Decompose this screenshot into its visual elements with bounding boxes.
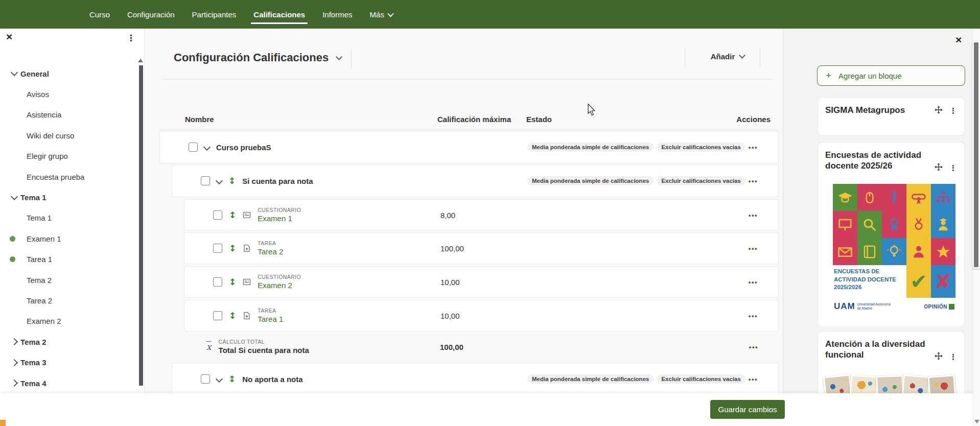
opinion-logo-text: OPINIÓN	[924, 304, 947, 310]
section-toggle[interactable]	[8, 72, 20, 75]
course-index-section-tema-1[interactable]: Tema 1	[0, 187, 137, 207]
section-toggle[interactable]	[8, 196, 20, 199]
nav-tab-más[interactable]: Más	[361, 0, 402, 29]
course-index-item-label: Tema 2	[27, 276, 52, 285]
row-actions-menu[interactable]: •••	[749, 144, 758, 151]
block-kebab-icon[interactable]: ⋮	[949, 106, 957, 115]
course-index-item[interactable]: Elegir grupo	[0, 146, 137, 167]
item-name-link[interactable]: Examen 1	[258, 214, 301, 223]
opinion-logo: OPINIÓN	[924, 304, 954, 310]
course-index-item[interactable]: Examen 2	[0, 311, 137, 332]
row-select-checkbox[interactable]	[213, 277, 222, 287]
row-select-checkbox[interactable]	[213, 244, 222, 253]
uam-subtext-line2: de Madrid	[857, 306, 891, 311]
row-select-checkbox[interactable]	[189, 143, 198, 152]
course-index-item[interactable]: Tema 1	[0, 208, 137, 228]
item-name-link[interactable]: Examen 2	[258, 281, 301, 290]
section-toggle[interactable]	[8, 339, 20, 344]
block-kebab-icon[interactable]: ⋮	[949, 352, 957, 362]
row-select-checkbox[interactable]	[213, 210, 222, 220]
column-header-max: Calificación máxima	[437, 115, 511, 124]
block-controls: ⋮	[935, 163, 957, 173]
add-block-button[interactable]: + Agregar un bloque	[817, 65, 965, 86]
nav-tab-label: Participantes	[192, 10, 237, 19]
move-handle-icon[interactable]: ↕	[229, 278, 236, 287]
row-select-checkbox[interactable]	[201, 374, 210, 384]
course-index-section-tema-2[interactable]: Tema 2	[0, 332, 137, 352]
drawer-kebab-icon[interactable]: ⋮	[127, 33, 135, 43]
row-select-checkbox[interactable]	[213, 311, 222, 320]
collapse-toggle[interactable]	[217, 374, 222, 384]
nav-tab-calificaciones[interactable]: Calificaciones	[245, 0, 314, 29]
row-actions-menu[interactable]: •••	[749, 375, 758, 383]
banner-tile-diploma	[906, 184, 931, 211]
row-actions-menu[interactable]: •••	[749, 278, 758, 286]
category-name: Si cuenta para nota	[242, 177, 313, 185]
block-move-icon[interactable]	[935, 163, 943, 173]
course-index-section-general[interactable]: General	[0, 63, 137, 84]
section-toggle[interactable]	[8, 381, 20, 386]
max-grade-value: 10,00	[440, 278, 460, 287]
gradebook-view-dropdown[interactable]: Configuración Calificaciones	[174, 51, 341, 64]
drawer-scrollbar[interactable]	[139, 65, 143, 386]
status-badge: Media ponderada simple de calificaciones	[527, 374, 654, 384]
section-label: Tema 4	[20, 379, 46, 388]
quiz-icon	[243, 211, 251, 219]
save-changes-button[interactable]: Guardar cambios	[710, 400, 785, 419]
item-name-link[interactable]: Tarea 2	[258, 247, 283, 256]
nav-tab-participantes[interactable]: Participantes	[183, 0, 245, 29]
nav-tab-curso[interactable]: Curso	[81, 0, 119, 29]
quiz-icon	[243, 278, 251, 286]
nav-tab-label: Calificaciones	[253, 10, 305, 19]
item-name-link[interactable]: Tarea 1	[258, 315, 283, 323]
row-select-checkbox[interactable]	[201, 176, 210, 185]
collapse-toggle[interactable]	[204, 143, 209, 152]
mean-icon: x	[206, 342, 212, 352]
block-kebab-icon[interactable]: ⋮	[949, 163, 957, 173]
course-index-item[interactable]: Tarea 2	[0, 290, 137, 311]
add-button[interactable]: Añadir	[695, 47, 760, 65]
section-toggle[interactable]	[8, 360, 20, 365]
row-actions-menu[interactable]: •••	[749, 177, 758, 185]
grade-setup-table: Nombre Calificación máxima Estado Accion…	[159, 110, 779, 393]
nav-tab-configuración[interactable]: Configuración	[119, 0, 183, 29]
page-scrollbar[interactable]	[973, 29, 980, 426]
category-name: Curso pruebaS	[216, 143, 271, 152]
block-move-icon[interactable]	[935, 106, 943, 116]
move-handle-icon[interactable]: ↕	[229, 244, 236, 253]
move-handle-icon[interactable]: ↕	[228, 177, 236, 185]
block-move-icon[interactable]	[935, 352, 943, 362]
course-index-item-label: Encuesta prueba	[27, 173, 84, 181]
course-index-item[interactable]: Encuesta prueba	[0, 167, 137, 187]
close-drawer-icon[interactable]: ×	[6, 31, 12, 43]
grade-row-no-aporta-a-nota: ↕No aporta a notaMedia ponderada simple …	[172, 363, 779, 395]
move-handle-icon[interactable]: ↕	[228, 375, 236, 384]
move-handle-icon[interactable]: ↕	[229, 312, 236, 320]
block-controls: ⋮	[935, 352, 957, 362]
assignment-icon	[243, 244, 251, 252]
course-index-section-tema-4[interactable]: Tema 4	[0, 373, 137, 393]
close-blocks-drawer-icon[interactable]: ×	[955, 34, 962, 46]
table-header-row: Nombre Calificación máxima Estado Accion…	[159, 110, 779, 130]
row-actions-menu[interactable]: •••	[749, 343, 758, 351]
nav-tab-informes[interactable]: Informes	[314, 0, 361, 29]
chevron-down-icon	[11, 69, 18, 76]
move-handle-icon[interactable]: ↕	[229, 211, 236, 220]
page-scrollbar-down-arrow[interactable]	[974, 420, 979, 423]
drawer-scrollbar-up-arrow[interactable]	[138, 59, 143, 62]
row-actions-menu[interactable]: •••	[749, 211, 758, 219]
collapse-toggle[interactable]	[217, 176, 222, 185]
chevron-down-icon	[216, 375, 223, 383]
page-scrollbar-thumb[interactable]	[972, 41, 980, 269]
header-divider	[351, 49, 352, 68]
course-index-item[interactable]: Avisos	[0, 84, 137, 104]
row-actions-menu[interactable]: •••	[749, 312, 758, 320]
course-index-section-tema-3[interactable]: Tema 3	[0, 352, 137, 372]
course-index-item[interactable]: Tema 2	[0, 270, 137, 290]
course-index-item[interactable]: Wiki del curso	[0, 125, 137, 146]
cross-icon: ✘	[931, 265, 955, 298]
course-index-item[interactable]: Examen 1	[0, 228, 137, 249]
course-index-item[interactable]: Asistencia	[0, 105, 137, 125]
row-actions-menu[interactable]: •••	[749, 245, 758, 252]
course-index-item[interactable]: Tarea 1	[0, 249, 137, 270]
